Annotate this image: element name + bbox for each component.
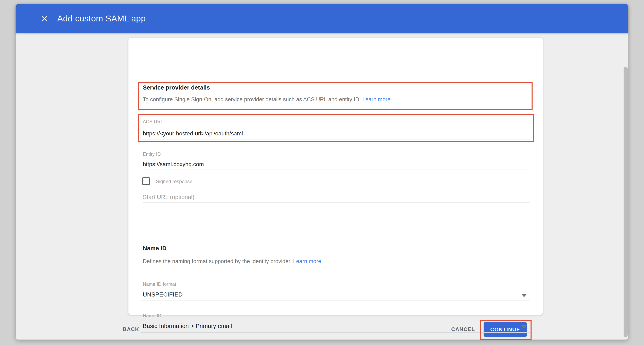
- add-custom-saml-app-dialog: Add custom SAML app Service provider det…: [16, 4, 628, 340]
- back-button[interactable]: BACK: [123, 326, 139, 333]
- service-provider-description: To configure Single Sign-On, add service…: [143, 96, 390, 103]
- name-id-heading: Name ID: [143, 245, 166, 252]
- vertical-scrollbar-thumb[interactable]: [624, 67, 628, 337]
- close-button[interactable]: [40, 14, 49, 23]
- continue-button[interactable]: CONTINUE: [484, 322, 527, 337]
- name-id-underline: [141, 332, 530, 333]
- dialog-title: Add custom SAML app: [57, 4, 146, 33]
- service-provider-details-heading: Service provider details: [143, 84, 210, 91]
- cancel-button[interactable]: CANCEL: [451, 326, 475, 333]
- close-icon: [40, 15, 48, 23]
- entity-id-label: Entity ID: [143, 152, 161, 157]
- name-id-description-text: Defines the naming format supported by t…: [143, 258, 292, 264]
- name-id-format-label: Name ID format: [143, 282, 176, 287]
- learn-more-link-service-provider[interactable]: Learn more: [362, 96, 390, 102]
- acs-url-label: ACS URL: [143, 119, 163, 124]
- name-id-description: Defines the naming format supported by t…: [143, 258, 321, 265]
- name-id-format-select[interactable]: UNSPECIFIED: [143, 291, 183, 298]
- dialog-header: Add custom SAML app: [16, 4, 628, 33]
- name-id-format-underline: [141, 301, 530, 301]
- chevron-down-icon-name-id[interactable]: [521, 325, 527, 329]
- entity-id-input[interactable]: [143, 159, 530, 170]
- signed-response-checkbox[interactable]: [142, 177, 150, 185]
- service-provider-card: Service provider details To configure Si…: [128, 38, 543, 315]
- signed-response-label: Signed response: [156, 179, 192, 184]
- acs-url-input[interactable]: [143, 128, 530, 139]
- chevron-down-icon-name-id-format[interactable]: [521, 294, 527, 297]
- start-url-input[interactable]: [143, 192, 530, 203]
- service-provider-description-text: To configure Single Sign-On, add service…: [143, 96, 361, 102]
- learn-more-link-name-id[interactable]: Learn more: [293, 258, 321, 264]
- name-id-select-label: Name ID: [143, 313, 162, 319]
- name-id-select[interactable]: Basic Information > Primary email: [143, 323, 232, 330]
